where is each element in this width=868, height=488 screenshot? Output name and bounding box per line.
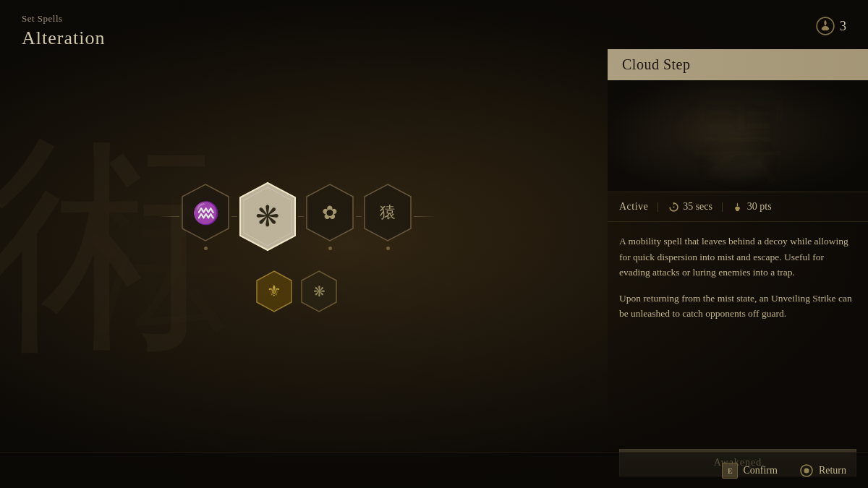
return-label: Return (819, 465, 846, 476)
panel-description: A mobility spell that leaves behind a de… (608, 222, 868, 449)
confirm-label: Confirm (743, 465, 777, 476)
return-icon (799, 463, 814, 478)
stat-type: Active (619, 201, 648, 213)
sub-spells: ⚜ ❋ (255, 270, 338, 313)
confirm-key: E (722, 463, 738, 479)
header: Set Spells Alteration 3 (0, 0, 868, 49)
svg-point-10 (804, 468, 809, 473)
stat-cost: 30 pts (732, 201, 772, 213)
stat-duration-value: 35 secs (683, 201, 712, 213)
sub-spell-hex-1[interactable]: ⚜ (255, 270, 293, 313)
content-area: ♒ ❋ (0, 49, 868, 488)
svg-marker-1 (182, 184, 229, 241)
stat-divider-2: | (721, 201, 723, 213)
svg-marker-7 (302, 271, 336, 312)
set-spells-label: Set Spells (22, 13, 105, 25)
spell-hex-1[interactable]: ♒ (179, 183, 231, 250)
spell-hex-3[interactable]: ✿ (304, 183, 356, 250)
currency-count: 3 (840, 19, 846, 34)
header-right: 3 (815, 16, 846, 36)
svg-marker-5 (365, 184, 411, 241)
stat-divider-1: | (657, 201, 659, 213)
right-panel: Cloud Step Active | (608, 49, 868, 488)
currency-icon (815, 16, 835, 36)
panel-title-bar: Cloud Step (608, 49, 868, 80)
header-left: Set Spells Alteration (22, 13, 105, 49)
svg-point-8 (673, 206, 674, 207)
return-button[interactable]: Return (799, 463, 846, 478)
description-paragraph-1: A mobility spell that leaves behind a de… (619, 234, 856, 281)
alteration-title: Alteration (22, 27, 105, 49)
cost-icon (732, 201, 744, 213)
footer: E Confirm Return (0, 452, 868, 488)
stat-duration: 35 secs (668, 201, 712, 213)
main-container: Set Spells Alteration 3 (0, 0, 868, 488)
panel-stats: Active | 35 secs | (608, 192, 868, 222)
svg-marker-6 (257, 271, 292, 312)
spell-hex-2[interactable]: ❋ (237, 181, 298, 252)
spells-row: ♒ ❋ (158, 181, 435, 313)
svg-marker-4 (307, 184, 353, 241)
spell-hex-4[interactable]: 猿 (362, 183, 414, 250)
description-paragraph-2: Upon returning from the mist state, an U… (619, 291, 856, 322)
stat-cost-value: 30 pts (747, 201, 772, 213)
sub-spell-hex-2[interactable]: ❋ (300, 270, 338, 313)
spells-line-group: ♒ ❋ (158, 181, 435, 252)
confirm-button[interactable]: E Confirm (722, 463, 777, 479)
panel-title: Cloud Step (622, 56, 854, 73)
panel-image (608, 80, 868, 192)
duration-icon (668, 201, 679, 213)
svg-marker-2 (240, 183, 295, 250)
